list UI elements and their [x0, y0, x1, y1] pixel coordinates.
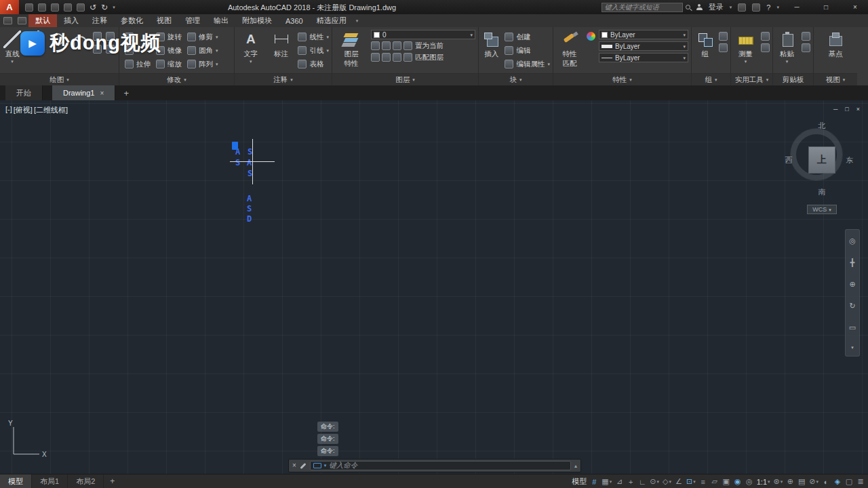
- visual-style-button[interactable]: [二维线框]: [34, 105, 68, 115]
- annotation-scale-button[interactable]: 1:1▾: [755, 476, 772, 487]
- ribbon-tab-注释[interactable]: 注释: [85, 14, 114, 27]
- linetype-select[interactable]: ByLayer ▾: [599, 53, 688, 62]
- layer-select[interactable]: 0 ▾: [371, 30, 475, 39]
- drawing-restore-icon[interactable]: □: [845, 106, 848, 113]
- minimize-button[interactable]: ─: [785, 0, 808, 14]
- point-icon[interactable]: [761, 43, 770, 52]
- snap-mode-toggle[interactable]: ▦▾: [600, 476, 613, 487]
- ribbon-tab-精选应用[interactable]: 精选应用: [310, 14, 353, 27]
- file-tab-drawing1[interactable]: Drawing1 ×: [52, 85, 115, 100]
- sign-in-button[interactable]: 登录: [709, 2, 724, 12]
- layout1-tab[interactable]: 布局1: [32, 474, 68, 488]
- open-file-icon[interactable]: [38, 3, 46, 12]
- ribbon-tab-默认[interactable]: 默认: [28, 14, 57, 27]
- file-tab-close-icon[interactable]: ×: [100, 89, 104, 97]
- edit-block-button[interactable]: 编辑: [505, 44, 550, 57]
- panel-groups-footer[interactable]: 组 ▾: [692, 73, 730, 85]
- maximize-button[interactable]: □: [814, 0, 837, 14]
- drawing-close-icon[interactable]: ×: [856, 106, 860, 113]
- workspace-icon[interactable]: [3, 17, 12, 24]
- layer-properties-button[interactable]: 图层 特性: [335, 29, 368, 72]
- dynamic-input-toggle[interactable]: +: [625, 476, 636, 487]
- model-space-button[interactable]: 模型: [570, 476, 588, 487]
- layer-unisolate-icon[interactable]: [382, 53, 391, 62]
- viewcube-west-label[interactable]: 西: [785, 155, 793, 165]
- panel-draw-footer[interactable]: 绘图 ▾: [0, 73, 119, 85]
- ribbon-options-icon[interactable]: [18, 17, 26, 24]
- command-input[interactable]: ▾ 键入命令: [310, 461, 571, 470]
- new-drawing-tab-button[interactable]: +: [119, 85, 133, 100]
- dimension-button[interactable]: 标注: [268, 29, 295, 72]
- undo-icon[interactable]: ↺: [90, 3, 96, 12]
- file-tab-start[interactable]: 开始: [5, 85, 43, 100]
- measure-button[interactable]: 测量 ▾: [734, 29, 757, 72]
- layer-off-icon[interactable]: [371, 41, 380, 50]
- copy-clip-icon[interactable]: [802, 32, 810, 41]
- ungroup-icon[interactable]: [719, 32, 728, 41]
- layer-thaw-icon[interactable]: [393, 53, 401, 62]
- model-tab[interactable]: 模型: [0, 474, 32, 488]
- save-as-icon[interactable]: [64, 3, 72, 12]
- viewcube-south-label[interactable]: 南: [818, 187, 826, 197]
- lock-ui-toggle[interactable]: ⊘▾: [808, 476, 820, 487]
- panel-view-footer[interactable]: 视图 ▾: [814, 73, 857, 85]
- view-controls-button[interactable]: [俯视]: [14, 105, 33, 115]
- qat-caret-icon[interactable]: ▾: [113, 5, 115, 10]
- ribbon-tab-管理[interactable]: 管理: [178, 14, 207, 27]
- ribbon-tab-视图[interactable]: 视图: [150, 14, 178, 27]
- isolate-objects-toggle[interactable]: ◐: [821, 476, 831, 487]
- edit-attributes-button[interactable]: 编辑属性▾: [505, 58, 550, 70]
- clean-screen-toggle[interactable]: ▢: [844, 476, 854, 487]
- create-block-button[interactable]: 创建: [505, 30, 550, 43]
- new-layout-button[interactable]: +: [104, 474, 121, 488]
- lineweight-select[interactable]: ByLayer ▾: [599, 41, 688, 51]
- autoscale-toggle[interactable]: ◎: [744, 476, 755, 487]
- graphics-performance-toggle[interactable]: ◈: [832, 476, 843, 487]
- quick-select-icon[interactable]: [761, 32, 770, 41]
- layer-isolate-icon[interactable]: [382, 41, 391, 50]
- text-button[interactable]: A 文字 ▾: [237, 29, 264, 72]
- stretch-button[interactable]: 拉伸: [125, 58, 151, 70]
- insert-block-button[interactable]: 插入: [481, 29, 501, 72]
- help-caret-icon[interactable]: ▾: [776, 5, 779, 10]
- save-icon[interactable]: [51, 3, 59, 12]
- orbit-icon[interactable]: ↻: [849, 302, 855, 310]
- plot-icon[interactable]: [77, 3, 85, 12]
- pan-icon[interactable]: ╋: [850, 258, 855, 267]
- selection-cycling-toggle[interactable]: ▣: [721, 476, 732, 487]
- viewcube[interactable]: 上 北 西 东 南: [780, 121, 859, 197]
- search-icon[interactable]: [686, 5, 690, 9]
- panel-layers-footer[interactable]: 图层 ▾: [332, 73, 478, 85]
- annotation-visibility-toggle[interactable]: ◉: [732, 476, 743, 487]
- base-button[interactable]: 基点: [821, 29, 850, 72]
- help-search-input[interactable]: [601, 3, 683, 12]
- app-store-icon[interactable]: [738, 3, 746, 12]
- viewcube-north-label[interactable]: 北: [818, 121, 826, 131]
- isometric-drafting-toggle[interactable]: ◇▾: [661, 476, 673, 487]
- infer-constraints-toggle[interactable]: ⊿: [614, 476, 625, 487]
- ribbon-tabs-caret-icon[interactable]: ▾: [356, 18, 359, 24]
- panel-modify-footer[interactable]: 修改 ▾: [119, 73, 234, 85]
- panel-utilities-footer[interactable]: 实用工具 ▾: [731, 73, 772, 85]
- color-wheel-icon[interactable]: [587, 32, 595, 41]
- stay-connected-icon[interactable]: [752, 3, 760, 12]
- annotation-monitor-toggle[interactable]: ⊕: [785, 476, 795, 487]
- trim-button[interactable]: 修剪▾: [187, 30, 218, 43]
- command-close-icon[interactable]: ×: [292, 462, 296, 469]
- layer-on-icon[interactable]: [371, 53, 380, 62]
- drawing-minimize-icon[interactable]: ─: [833, 106, 837, 113]
- match-properties-button[interactable]: 特性 匹配: [556, 29, 583, 72]
- layout2-tab[interactable]: 布局2: [68, 474, 104, 488]
- panel-block-footer[interactable]: 块 ▾: [479, 73, 553, 85]
- object-color-select[interactable]: ByLayer ▾: [599, 30, 688, 39]
- ribbon-tab-附加模块[interactable]: 附加模块: [235, 14, 279, 27]
- close-button[interactable]: ×: [844, 0, 867, 14]
- match-layer-button[interactable]: 匹配图层: [403, 52, 443, 62]
- set-current-layer-button[interactable]: 置为当前: [403, 41, 443, 51]
- array-button[interactable]: 阵列▾: [187, 58, 218, 70]
- ribbon-tab-A360[interactable]: A360: [279, 14, 310, 27]
- leader-button[interactable]: 引线▾: [298, 44, 329, 57]
- drawing-canvas[interactable]: [-] [俯视] [二维线框] ─ □ × 上 北 西 东 南 WCS ▾ ◎ …: [0, 100, 868, 474]
- paste-button[interactable]: 粘贴 ▾: [776, 29, 798, 72]
- quick-properties-toggle[interactable]: ▤: [796, 476, 807, 487]
